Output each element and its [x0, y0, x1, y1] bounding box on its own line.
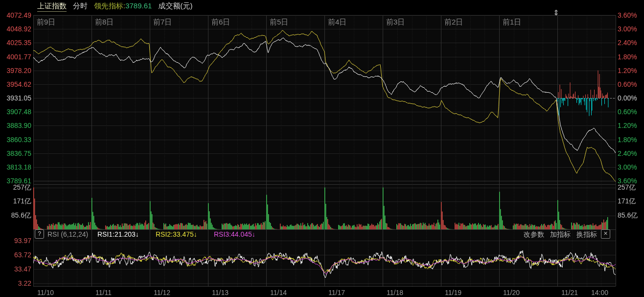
day-column-label: 前2日	[444, 18, 463, 27]
day-column-label: 前4日	[328, 18, 346, 27]
main-axis-tick-left: 3907.48	[0, 108, 31, 116]
main-axis-tick-right: 3.00%	[618, 163, 637, 171]
leading-indicator-value: 3789.61	[125, 1, 152, 10]
day-column-label: 前7日	[153, 18, 172, 27]
main-axis-tick-left: 4001.77	[0, 53, 31, 61]
main-axis-tick-left: 3860.33	[0, 136, 31, 144]
main-axis-tick-left: 4048.92	[0, 25, 31, 33]
close-icon[interactable]: ×	[601, 229, 610, 239]
rsi-axis-tick: 3.22	[0, 279, 31, 287]
day-column-label: 前6日	[211, 18, 230, 27]
leading-indicator: 领先指标:3789.61	[94, 1, 152, 11]
date-axis-label: 11/17	[328, 289, 345, 297]
main-axis-tick-right: 0.60%	[618, 80, 637, 88]
rsi2-value: RSI2:33.475↓	[156, 229, 197, 239]
current-time-label: 14:00	[591, 289, 608, 297]
volume-axis-tick-left: 257亿	[0, 183, 31, 192]
date-axis-label: 11/21	[561, 289, 578, 297]
symbol-title[interactable]: 上证指数	[37, 1, 67, 12]
main-axis-tick-left: 4072.49	[0, 11, 31, 19]
main-axis-tick-right: 1.20%	[618, 122, 637, 129]
main-axis-tick-left: 3813.18	[0, 163, 31, 171]
main-axis-tick-right: 0.00%	[618, 94, 637, 102]
day-column-label: 前1日	[503, 18, 521, 27]
volume-axis-tick-left: 171亿	[0, 197, 31, 206]
app-root: 上证指数 分时 领先指标:3789.61 成交额(元) ⇕ ? RSI (6,1…	[0, 0, 644, 297]
main-axis-tick-right: 1.80%	[618, 136, 637, 144]
rsi1-value: RSI1:21.203↓	[97, 229, 139, 239]
date-axis-label: 11/12	[154, 289, 170, 297]
main-axis-tick-left: 3978.20	[0, 67, 31, 74]
leading-indicator-label: 领先指标:	[94, 1, 125, 10]
resize-handle-icon[interactable]: ⇕	[553, 9, 559, 16]
main-axis-tick-left: 4025.35	[0, 39, 31, 47]
date-axis-label: 11/20	[503, 289, 520, 297]
main-axis-tick-left: 3954.62	[0, 80, 31, 88]
main-axis-tick-right: 2.40%	[618, 149, 637, 157]
rsi3-value: RSI3:44.045↓	[214, 229, 255, 239]
day-column-label: 前5日	[270, 18, 288, 27]
help-icon[interactable]: ?	[35, 229, 44, 239]
date-axis-label: 11/14	[270, 289, 287, 297]
rsi-toolbar: ? RSI (6,12,24) RSI1:21.203↓ RSI2:33.475…	[0, 229, 644, 240]
volume-axis-tick-left: 85.6亿	[0, 211, 31, 220]
date-axis-label: 11/13	[212, 289, 229, 297]
day-column-label: 前3日	[386, 18, 405, 27]
date-axis-label: 11/11	[95, 289, 112, 297]
tab-minute-chart[interactable]: 分时	[73, 1, 88, 11]
main-axis-tick-left: 3931.05	[0, 94, 31, 102]
main-axis-tick-right: 3.00%	[618, 25, 637, 33]
main-axis-tick-right: 3.60%	[618, 11, 637, 19]
price-chart-canvas[interactable]	[0, 0, 644, 297]
day-column-label: 前8日	[95, 18, 114, 27]
rsi-title: RSI (6,12,24)	[47, 229, 88, 239]
main-axis-tick-right: 1.80%	[618, 53, 637, 61]
volume-axis-tick-right: 257亿	[618, 183, 636, 192]
date-axis-label: 11/19	[445, 289, 461, 297]
main-axis-tick-left: 3883.90	[0, 122, 31, 129]
rsi-axis-tick: 63.72	[0, 251, 31, 259]
volume-axis-tick-right: 85.6亿	[618, 211, 638, 220]
day-column-label: 前9日	[37, 18, 55, 27]
date-axis-label: 11/10	[37, 289, 54, 297]
date-axis-label: 11/18	[387, 289, 403, 297]
add-indicator-button[interactable]: 加指标	[550, 229, 571, 239]
change-params-button[interactable]: 改参数	[524, 229, 544, 239]
chart-header: 上证指数 分时 领先指标:3789.61 成交额(元)	[37, 1, 192, 12]
main-axis-tick-right: 2.40%	[618, 39, 637, 47]
rsi-axis-tick: 33.47	[0, 265, 31, 273]
amount-label: 成交额(元)	[158, 1, 192, 11]
main-axis-tick-left: 3836.75	[0, 149, 31, 157]
main-axis-tick-right: 0.60%	[618, 108, 637, 116]
volume-axis-tick-right: 171亿	[618, 197, 636, 206]
switch-indicator-button[interactable]: 换指标	[576, 229, 597, 239]
main-axis-tick-right: 1.20%	[618, 67, 637, 74]
